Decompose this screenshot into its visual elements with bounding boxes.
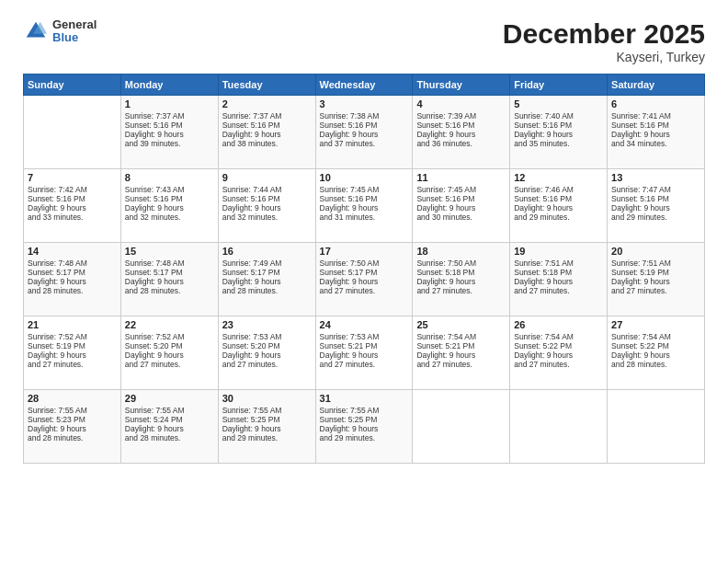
day-number: 8: [125, 172, 214, 183]
cell-text: Daylight: 9 hours: [514, 277, 603, 286]
cell-text: and 27 minutes.: [514, 286, 603, 295]
cell-text: Sunrise: 7:52 AM: [125, 332, 214, 341]
cell-text: Daylight: 9 hours: [125, 203, 214, 213]
cell-w3-d1: 22Sunrise: 7:52 AMSunset: 5:20 PMDayligh…: [120, 316, 218, 390]
cell-text: Sunrise: 7:42 AM: [28, 185, 117, 194]
cell-text: and 30 minutes.: [416, 213, 506, 222]
cell-text: Daylight: 9 hours: [28, 277, 117, 286]
day-number: 11: [416, 172, 506, 183]
cell-w4-d4: [413, 390, 510, 464]
cell-text: Sunrise: 7:43 AM: [125, 185, 214, 194]
cell-w1-d6: 13Sunrise: 7:47 AMSunset: 5:16 PMDayligh…: [608, 169, 705, 243]
cell-text: Sunrise: 7:37 AM: [125, 111, 214, 121]
cell-text: and 28 minutes.: [28, 433, 117, 442]
cell-text: and 32 minutes.: [222, 213, 312, 222]
cell-text: Daylight: 9 hours: [611, 130, 700, 139]
cell-text: and 31 minutes.: [320, 213, 409, 222]
cell-w0-d5: 5Sunrise: 7:40 AMSunset: 5:16 PMDaylight…: [510, 96, 608, 169]
cell-text: Daylight: 9 hours: [611, 350, 700, 360]
cell-text: Sunset: 5:16 PM: [514, 194, 603, 203]
cell-text: Sunset: 5:21 PM: [320, 341, 409, 350]
day-number: 21: [28, 319, 117, 330]
cell-text: and 27 minutes.: [611, 286, 700, 295]
cell-text: Sunrise: 7:53 AM: [320, 332, 409, 341]
cell-text: Daylight: 9 hours: [320, 130, 409, 139]
cell-w1-d5: 12Sunrise: 7:46 AMSunset: 5:16 PMDayligh…: [510, 169, 608, 243]
cell-w0-d3: 3Sunrise: 7:38 AMSunset: 5:16 PMDaylight…: [315, 96, 413, 169]
cell-text: Sunset: 5:16 PM: [125, 121, 214, 130]
day-number: 5: [514, 98, 603, 109]
cell-text: Sunrise: 7:45 AM: [320, 185, 409, 194]
cell-text: Daylight: 9 hours: [416, 130, 506, 139]
cell-text: and 36 minutes.: [416, 139, 506, 148]
day-number: 12: [514, 172, 603, 183]
cell-text: Daylight: 9 hours: [416, 277, 506, 286]
cell-text: Daylight: 9 hours: [514, 130, 603, 139]
day-number: 22: [125, 319, 214, 330]
cell-text: and 27 minutes.: [416, 360, 506, 369]
day-number: 24: [320, 319, 409, 330]
week-row-1: 7Sunrise: 7:42 AMSunset: 5:16 PMDaylight…: [24, 169, 705, 243]
cell-text: Sunset: 5:16 PM: [125, 194, 214, 203]
cell-text: Sunrise: 7:48 AM: [125, 259, 214, 268]
cell-text: and 37 minutes.: [320, 139, 409, 148]
day-number: 15: [125, 246, 214, 257]
cell-text: Sunrise: 7:50 AM: [320, 259, 409, 268]
cell-w3-d3: 24Sunrise: 7:53 AMSunset: 5:21 PMDayligh…: [315, 316, 413, 390]
cell-text: Sunrise: 7:41 AM: [611, 111, 700, 121]
cell-text: and 32 minutes.: [125, 213, 214, 222]
cell-text: Sunrise: 7:50 AM: [416, 259, 506, 268]
cell-text: Sunset: 5:17 PM: [320, 268, 409, 277]
week-row-3: 21Sunrise: 7:52 AMSunset: 5:19 PMDayligh…: [24, 316, 705, 390]
cell-text: and 28 minutes.: [611, 360, 700, 369]
cell-text: Sunrise: 7:51 AM: [611, 259, 700, 268]
day-number: 10: [320, 172, 409, 183]
cell-text: and 33 minutes.: [28, 213, 117, 222]
day-number: 14: [28, 246, 117, 257]
month-title: December 2025: [503, 18, 705, 50]
cell-text: Daylight: 9 hours: [611, 277, 700, 286]
cell-text: Sunrise: 7:44 AM: [222, 185, 312, 194]
cell-text: Sunrise: 7:54 AM: [514, 332, 603, 341]
day-number: 27: [611, 319, 700, 330]
col-sunday: Sunday: [24, 75, 121, 96]
cell-text: Daylight: 9 hours: [28, 203, 117, 213]
cell-w4-d2: 30Sunrise: 7:55 AMSunset: 5:25 PMDayligh…: [218, 390, 315, 464]
cell-text: Daylight: 9 hours: [222, 203, 312, 213]
day-number: 13: [611, 172, 700, 183]
day-number: 17: [320, 246, 409, 257]
cell-text: Sunset: 5:17 PM: [125, 268, 214, 277]
cell-text: Daylight: 9 hours: [125, 350, 214, 360]
cell-text: Daylight: 9 hours: [320, 277, 409, 286]
col-tuesday: Tuesday: [218, 75, 315, 96]
cell-text: Sunrise: 7:53 AM: [222, 332, 312, 341]
cell-w1-d1: 8Sunrise: 7:43 AMSunset: 5:16 PMDaylight…: [120, 169, 218, 243]
calendar-header: Sunday Monday Tuesday Wednesday Thursday…: [24, 75, 705, 96]
cell-text: Sunset: 5:20 PM: [222, 341, 312, 350]
cell-text: and 29 minutes.: [222, 433, 312, 442]
day-number: 28: [28, 393, 117, 404]
day-number: 25: [416, 319, 506, 330]
day-number: 6: [611, 98, 700, 109]
cell-text: Sunrise: 7:39 AM: [416, 111, 506, 121]
cell-text: Sunrise: 7:51 AM: [514, 259, 603, 268]
cell-text: and 35 minutes.: [514, 139, 603, 148]
cell-text: Sunset: 5:16 PM: [416, 194, 506, 203]
cell-text: Sunset: 5:25 PM: [320, 415, 409, 424]
day-number: 29: [125, 393, 214, 404]
cell-text: Sunrise: 7:40 AM: [514, 111, 603, 121]
cell-text: and 27 minutes.: [222, 360, 312, 369]
cell-text: Daylight: 9 hours: [28, 350, 117, 360]
cell-text: Daylight: 9 hours: [222, 350, 312, 360]
cell-w0-d4: 4Sunrise: 7:39 AMSunset: 5:16 PMDaylight…: [413, 96, 510, 169]
cell-w3-d2: 23Sunrise: 7:53 AMSunset: 5:20 PMDayligh…: [218, 316, 315, 390]
cell-text: and 27 minutes.: [28, 360, 117, 369]
cell-text: Daylight: 9 hours: [320, 350, 409, 360]
cell-text: Sunrise: 7:37 AM: [222, 111, 312, 121]
cell-text: Sunset: 5:16 PM: [611, 121, 700, 130]
cell-text: Sunset: 5:24 PM: [125, 415, 214, 424]
cell-text: Sunset: 5:16 PM: [320, 194, 409, 203]
cell-w2-d0: 14Sunrise: 7:48 AMSunset: 5:17 PMDayligh…: [24, 243, 121, 316]
logo-blue: Blue: [52, 31, 97, 44]
cell-w4-d5: [510, 390, 608, 464]
